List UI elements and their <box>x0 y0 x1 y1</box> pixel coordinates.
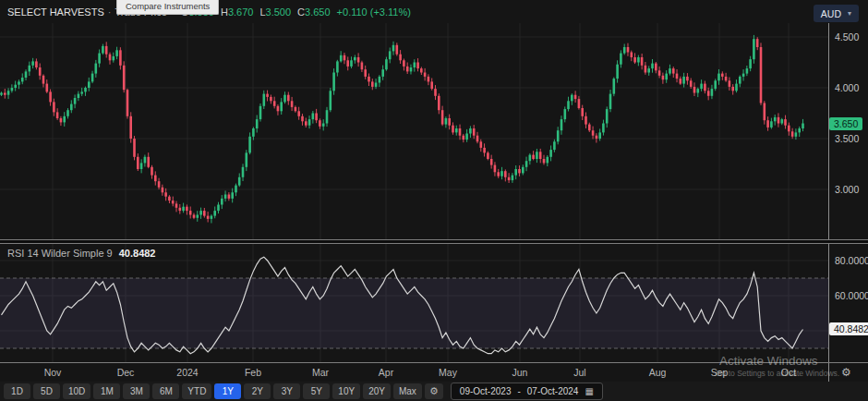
rsi-axis-label: 60.0000 <box>835 290 868 301</box>
month-label: Dec <box>117 367 135 378</box>
month-label: Nov <box>44 367 62 378</box>
range-button-1y[interactable]: 1Y <box>214 383 241 399</box>
price-axis-label: 3.000 <box>835 184 859 195</box>
axis-settings-gear-icon[interactable]: ⚙ <box>841 366 851 379</box>
range-button-10d[interactable]: 10D <box>63 383 90 399</box>
date-separator: - <box>517 386 520 396</box>
range-toolbar: 1D5D10D1M3M6MYTD1Y2Y3Y5Y10Y20YMax ⚙ 09-O… <box>0 382 868 401</box>
range-button-max[interactable]: Max <box>393 383 422 399</box>
month-label: Oct <box>781 367 796 378</box>
rsi-study-label: RSI 14 Wilder Simple 940.8482 <box>7 248 155 259</box>
rsi-study-name: RSI 14 Wilder Simple 9 <box>7 248 113 259</box>
last-price-badge: 3.650 <box>829 117 862 130</box>
month-label: Sep <box>711 367 729 378</box>
currency-label: AUD <box>821 8 841 19</box>
chevron-down-icon: ▾ <box>848 9 851 18</box>
range-button-3m[interactable]: 3M <box>123 383 150 399</box>
candlestick-chart[interactable] <box>0 23 829 242</box>
chart-settings-gear-button[interactable]: ⚙ <box>425 383 443 399</box>
compare-instruments-tooltip: Compare Instruments <box>116 0 219 15</box>
month-label: Aug <box>649 367 667 378</box>
range-button-2y[interactable]: 2Y <box>244 383 271 399</box>
currency-selector[interactable]: AUD ▾ <box>814 5 859 22</box>
month-label: 2024 <box>176 367 198 378</box>
ohlc-value: 3.650 <box>305 6 331 18</box>
rsi-current-value: 40.8482 <box>119 248 156 259</box>
range-button-3y[interactable]: 3Y <box>273 383 300 399</box>
date-to[interactable]: 07-Oct-2024 <box>527 386 579 396</box>
month-label: Apr <box>379 367 393 378</box>
ohlc-key: C <box>297 6 305 18</box>
month-label: Jul <box>573 367 585 378</box>
range-button-ytd[interactable]: YTD <box>182 383 211 399</box>
calendar-icon: ▦ <box>585 386 593 396</box>
price-axis-label: 4.500 <box>835 31 859 43</box>
gear-icon: ⚙ <box>429 385 439 397</box>
month-label: Mar <box>312 367 329 378</box>
range-button-6m[interactable]: 6M <box>152 383 179 399</box>
range-buttons: 1D5D10D1M3M6MYTD1Y2Y3Y5Y10Y20YMax <box>4 383 422 399</box>
range-button-5d[interactable]: 5D <box>33 383 60 399</box>
ohlc-value: 3.500 <box>266 6 292 18</box>
pane-divider[interactable] <box>0 239 868 244</box>
ohlc-key: H <box>221 6 228 18</box>
rsi-axis-label: 80.0000 <box>835 255 868 266</box>
rsi-chart[interactable] <box>0 242 829 362</box>
time-axis[interactable]: NovDec2024FebMarAprMayJunJulAugSepOct <box>0 362 868 382</box>
rsi-value-badge: 40.8482 <box>829 322 868 335</box>
month-label: Feb <box>245 367 261 378</box>
instrument-name: SELECT HARVESTS <box>7 6 104 18</box>
date-range-picker[interactable]: 09-Oct-2023 - 07-Oct-2024 ▦ <box>451 383 603 400</box>
range-button-20y[interactable]: 20Y <box>363 383 391 399</box>
range-button-1d[interactable]: 1D <box>4 383 30 399</box>
range-button-10y[interactable]: 10Y <box>332 383 360 399</box>
header-separator: · <box>108 6 112 18</box>
price-axis-label: 4.000 <box>835 82 859 93</box>
time-axis-border <box>0 362 868 363</box>
change-value: +0.110 (+3.11%) <box>337 6 411 18</box>
month-label: May <box>439 367 457 378</box>
date-from[interactable]: 09-Oct-2023 <box>460 386 512 396</box>
range-button-1m[interactable]: 1M <box>93 383 120 399</box>
ohlc-value: 3.670 <box>228 6 254 18</box>
price-axis-label: 3.500 <box>835 133 859 144</box>
trading-chart-app: SELECT HARVESTS·Trade PriceO3.550H3.670L… <box>0 0 868 401</box>
month-label: Jun <box>512 367 528 378</box>
range-button-5y[interactable]: 5Y <box>303 383 330 399</box>
